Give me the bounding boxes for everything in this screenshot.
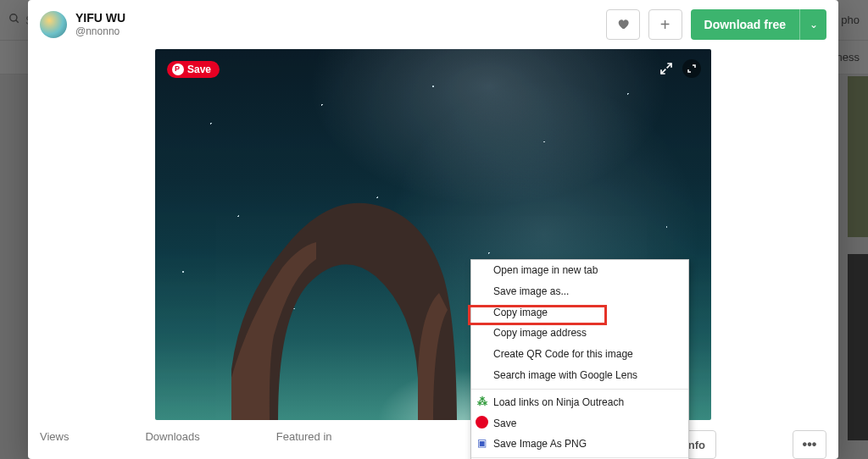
- download-button-group: Download free ⌄: [691, 9, 826, 40]
- author-name: YIFU WU: [75, 11, 125, 25]
- pinterest-icon: [476, 416, 488, 429]
- downloads-block: Downloads: [145, 430, 199, 443]
- pinterest-icon: [172, 64, 184, 75]
- more-button[interactable]: •••: [793, 430, 826, 459]
- ctx-save-image-as[interactable]: Save image as...: [471, 281, 688, 302]
- download-options-button[interactable]: ⌄: [799, 9, 826, 40]
- ninja-icon: ⁂: [476, 395, 488, 407]
- chevron-down-icon: ⌄: [810, 19, 818, 30]
- ctx-copy-image-address[interactable]: Copy image address: [471, 323, 688, 344]
- ctx-label: Save: [493, 418, 516, 429]
- more-icon: •••: [803, 437, 817, 452]
- save-label: Save: [187, 64, 211, 75]
- author-block[interactable]: YIFU WU @nnonno: [75, 11, 125, 37]
- ctx-save-png[interactable]: ▣ Save Image As PNG: [471, 434, 688, 455]
- featured-block: Featured in: [276, 430, 332, 443]
- ctx-open-new-tab[interactable]: Open image in new tab: [471, 260, 688, 281]
- ctx-pinterest-save[interactable]: Save: [471, 413, 688, 434]
- author-avatar[interactable]: [40, 11, 67, 38]
- views-label: Views: [40, 430, 69, 443]
- pinterest-save-button[interactable]: Save: [167, 61, 220, 78]
- ctx-copy-image[interactable]: Copy image: [471, 302, 688, 324]
- ctx-ninja-outreach[interactable]: ⁂ Load links on Ninja Outreach: [471, 392, 688, 413]
- ctx-label: Load links on Ninja Outreach: [493, 396, 624, 408]
- featured-label: Featured in: [276, 430, 332, 443]
- ctx-search-google-lens[interactable]: Search image with Google Lens: [471, 365, 688, 386]
- ctx-separator: [471, 457, 688, 458]
- ctx-create-qr[interactable]: Create QR Code for this image: [471, 344, 688, 365]
- modal-header: YIFU WU @nnonno + Download free ⌄: [28, 0, 838, 49]
- save-png-icon: ▣: [476, 436, 488, 449]
- views-block: Views: [40, 430, 69, 443]
- photo-modal: YIFU WU @nnonno + Download free ⌄: [28, 0, 838, 459]
- like-button[interactable]: [606, 9, 640, 40]
- photo-footer: Views Downloads Featured in Share i Info…: [28, 425, 838, 459]
- add-to-collection-button[interactable]: +: [648, 9, 682, 40]
- photo-container: Save: [28, 49, 838, 420]
- fullscreen-icon[interactable]: [657, 59, 676, 78]
- plus-icon: +: [660, 16, 670, 33]
- ctx-separator: [471, 389, 688, 390]
- context-menu: Open image in new tab Save image as... C…: [470, 259, 689, 459]
- photo-arch: [223, 183, 477, 420]
- author-handle: @nnonno: [75, 25, 125, 37]
- zoom-icon[interactable]: [682, 59, 701, 78]
- heart-icon: [616, 17, 630, 33]
- download-button[interactable]: Download free: [691, 9, 799, 40]
- downloads-label: Downloads: [145, 430, 199, 443]
- ctx-label: Save Image As PNG: [493, 438, 587, 450]
